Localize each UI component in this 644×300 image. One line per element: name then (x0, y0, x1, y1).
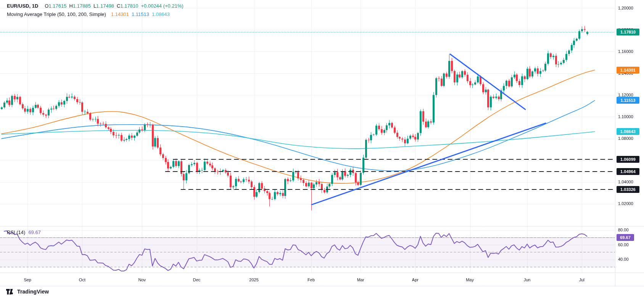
rsi-axis-label: 80.00 (618, 228, 629, 233)
rsi-indicator-legend[interactable]: RSI (14)69.67 (7, 229, 41, 235)
time-axis-scale[interactable] (0, 273, 644, 286)
close-key: C (117, 3, 120, 9)
price-axis-label: 1.16000 (618, 49, 633, 54)
ma100-value: 1.11513 (132, 11, 149, 17)
time-axis-month-label: May (466, 278, 474, 282)
price-axis-label: 1.02000 (618, 201, 633, 206)
ma50-value: 1.14301 (111, 11, 129, 17)
high-value: 1.17885 (73, 3, 91, 9)
high-key: H (69, 3, 72, 9)
ma-indicator-legend[interactable]: Moving Average Triple (50, 100, 200, Sim… (7, 11, 170, 17)
ma200-value: 1.08643 (152, 11, 170, 17)
rsi-indicator-title[interactable]: RSI (14) (7, 229, 25, 235)
chart-canvas[interactable] (0, 0, 644, 300)
price-axis-label: 1.08000 (618, 136, 633, 141)
low-value: 1.17498 (96, 3, 114, 9)
rsi-axis-label: 60.00 (618, 242, 629, 247)
rsi-value-badge: 69.67 (617, 234, 634, 241)
time-axis-month-label: Oct (79, 278, 85, 282)
price-badge: 1.14301 (617, 67, 639, 74)
symbol-legend[interactable]: EUR/USD, 1DO1.17615H1.17885L1.17498C1.17… (7, 3, 184, 9)
time-axis-month-label: 2025 (249, 278, 258, 282)
time-axis-month-label: Sep (24, 278, 31, 282)
close-value: 1.17810 (121, 3, 138, 9)
rsi-value: 69.67 (28, 229, 41, 235)
open-key: O (45, 3, 48, 9)
time-axis-month-label: Feb (308, 278, 315, 282)
price-badge: 1.11513 (617, 97, 639, 104)
price-badge: 1.17810 (617, 29, 639, 35)
time-axis-month-label: Apr (412, 278, 419, 282)
time-axis-month-label: Mar (357, 278, 364, 282)
price-badge: 1.08643 (617, 128, 639, 135)
time-axis-month-label: Nov (138, 278, 146, 282)
tradingview-chart-window: EUR/USD, 1DO1.17615H1.17885L1.17498C1.17… (0, 0, 644, 300)
time-axis-month-label: Dec (193, 278, 201, 282)
symbol-title[interactable]: EUR/USD, 1D (7, 3, 38, 9)
tradingview-logo[interactable]: TradingView (6, 289, 49, 295)
ma-indicator-title[interactable]: Moving Average Triple (50, 100, 200, Sim… (7, 11, 106, 17)
price-axis-label: 1.10000 (618, 114, 633, 119)
price-badge: 1.03326 (617, 186, 639, 193)
price-badge: 1.04964 (617, 168, 639, 175)
price-badge: 1.06099 (617, 156, 639, 163)
open-value: 1.17615 (48, 3, 66, 9)
tradingview-logo-text: TradingView (17, 289, 49, 295)
tradingview-logo-icon (6, 289, 14, 295)
time-axis-month-label: Jul (579, 278, 584, 282)
price-axis-label: 1.20000 (618, 6, 633, 11)
time-axis-month-label: Jun (524, 278, 531, 282)
change-value: +0.00244 (+0.21%) (141, 3, 184, 9)
price-axis-label: 1.04000 (618, 180, 633, 184)
rsi-axis-label: 40.00 (618, 257, 629, 262)
